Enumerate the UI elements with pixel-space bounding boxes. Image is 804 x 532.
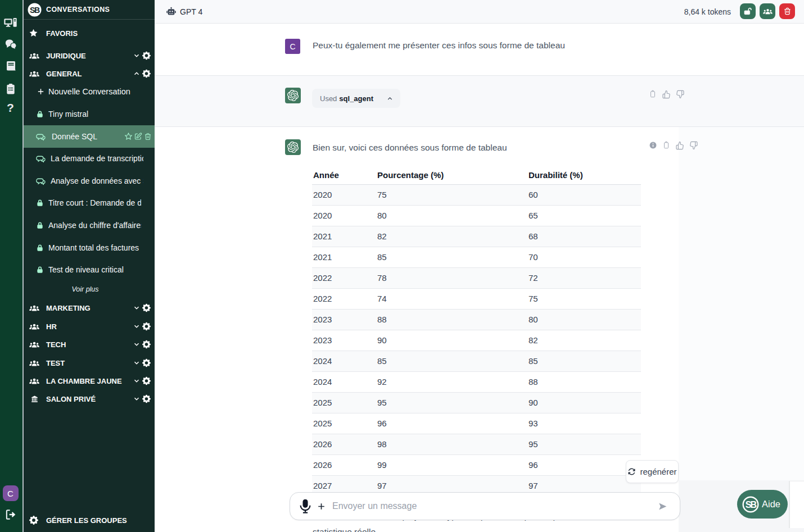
svg-text:SB: SB [30, 6, 40, 15]
svg-text:SB: SB [746, 499, 757, 509]
